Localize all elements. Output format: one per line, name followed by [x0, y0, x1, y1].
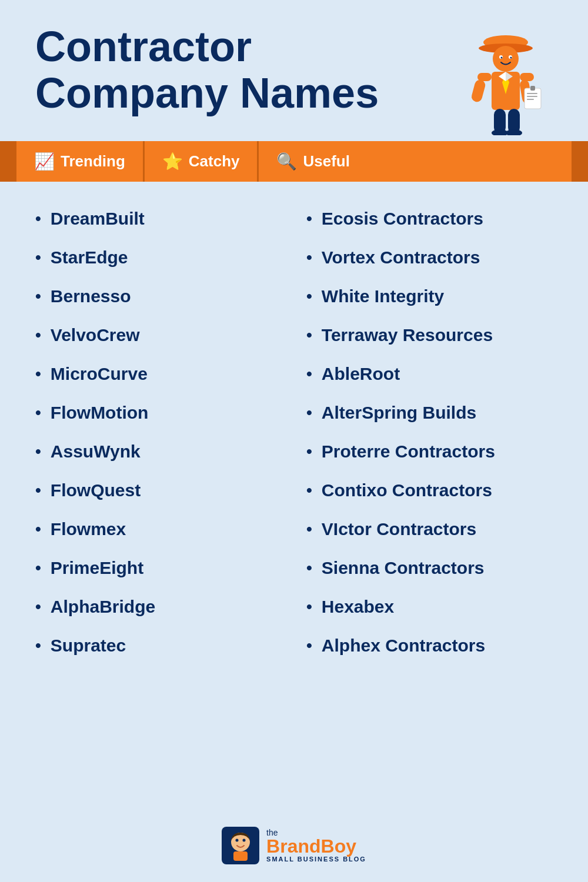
- brand-mascot-icon: [222, 827, 259, 864]
- list-item: •Alphex Contractors: [306, 626, 553, 665]
- svg-rect-13: [477, 73, 492, 81]
- company-name: Sienna Contractors: [322, 558, 485, 578]
- worker-icon: [459, 18, 553, 135]
- brand-text: the BrandBoy SMALL BUSINESS BLOG: [266, 828, 366, 863]
- title-line1: Contractor: [35, 23, 252, 70]
- svg-point-4: [493, 46, 519, 72]
- bullet: •: [306, 288, 312, 305]
- left-column: •DreamBuilt•StarEdge•Bernesso•VelvoCrew•…: [35, 199, 282, 665]
- company-name: Ecosis Contractors: [322, 209, 483, 229]
- list-item: •DreamBuilt: [35, 199, 282, 238]
- svg-rect-19: [527, 93, 537, 94]
- company-name: PrimeEight: [51, 558, 143, 578]
- list-item: •Hexabex: [306, 587, 553, 626]
- tab-useful-label: Useful: [303, 152, 349, 171]
- tab-trending[interactable]: 📈 Trending: [16, 141, 145, 182]
- bullet: •: [35, 211, 41, 227]
- company-name: AbleRoot: [322, 364, 400, 384]
- trending-icon: 📈: [34, 152, 55, 171]
- company-name: VelvoCrew: [51, 325, 140, 345]
- svg-point-7: [501, 57, 503, 59]
- bullet: •: [306, 560, 312, 576]
- names-content: •DreamBuilt•StarEdge•Bernesso•VelvoCrew•…: [0, 182, 588, 677]
- column-divider: [293, 199, 295, 665]
- svg-point-8: [510, 57, 512, 59]
- company-name: Flowmex: [51, 519, 126, 539]
- list-item: •StarEdge: [35, 238, 282, 277]
- bullet: •: [306, 327, 312, 343]
- company-name: Vortex Contractors: [322, 248, 480, 268]
- company-name: MicroCurve: [51, 364, 148, 384]
- company-name: StarEdge: [51, 248, 128, 268]
- bullet: •: [306, 211, 312, 227]
- company-name: Bernesso: [51, 286, 131, 306]
- company-name: White Integrity: [322, 286, 444, 306]
- list-item: •AbleRoot: [306, 355, 553, 393]
- svg-point-28: [236, 839, 239, 842]
- company-name: VIctor Contractors: [322, 519, 476, 539]
- tab-catchy-label: Catchy: [189, 152, 240, 171]
- company-name: Terraway Resources: [322, 325, 493, 345]
- bullet: •: [35, 521, 41, 537]
- svg-point-29: [243, 839, 246, 842]
- bullet: •: [306, 599, 312, 615]
- list-item: •White Integrity: [306, 277, 553, 316]
- company-name: Supratec: [51, 636, 126, 656]
- list-item: •Proterre Contractors: [306, 432, 553, 471]
- bullet: •: [35, 288, 41, 305]
- list-item: •FlowMotion: [35, 393, 282, 432]
- list-item: •Ecosis Contractors: [306, 199, 553, 238]
- bullet: •: [35, 405, 41, 421]
- page-wrapper: Contractor Company Names: [0, 0, 588, 882]
- brand-name-part2: Boy: [321, 836, 356, 857]
- svg-point-24: [492, 129, 508, 135]
- bullet: •: [306, 637, 312, 654]
- title-line2: Company Names: [35, 69, 379, 116]
- list-item: •Terraway Resources: [306, 316, 553, 355]
- tab-useful[interactable]: 🔍 Useful: [259, 141, 367, 182]
- company-name: Hexabex: [322, 597, 394, 617]
- tab-trending-label: Trending: [61, 152, 125, 171]
- list-item: •PrimeEight: [35, 549, 282, 587]
- list-item: •Flowmex: [35, 510, 282, 549]
- company-name: Contixo Contractors: [322, 480, 492, 500]
- bullet: •: [306, 366, 312, 382]
- header: Contractor Company Names: [0, 0, 588, 141]
- tab-bar: 📈 Trending ⭐ Catchy 🔍 Useful: [16, 141, 572, 182]
- company-name: Alphex Contractors: [322, 636, 485, 656]
- right-column: •Ecosis Contractors•Vortex Contractors•W…: [306, 199, 553, 665]
- svg-rect-15: [520, 73, 534, 81]
- page-title: Contractor Company Names: [35, 24, 379, 116]
- list-item: •Contixo Contractors: [306, 471, 553, 510]
- brand-name-part1: Brand: [266, 836, 320, 857]
- list-item: •AlphaBridge: [35, 587, 282, 626]
- list-item: •AlterSpring Builds: [306, 393, 553, 432]
- left-accent: [0, 141, 16, 182]
- bullet: •: [306, 405, 312, 421]
- company-name: Proterre Contractors: [322, 442, 495, 462]
- bullet: •: [306, 443, 312, 460]
- bullet: •: [35, 599, 41, 615]
- company-name: AlphaBridge: [51, 597, 155, 617]
- bullet: •: [35, 443, 41, 460]
- bullet: •: [35, 560, 41, 576]
- list-item: •MicroCurve: [35, 355, 282, 393]
- bullet: •: [35, 637, 41, 654]
- brand-tagline: SMALL BUSINESS BLOG: [266, 856, 366, 863]
- list-item: •FlowQuest: [35, 471, 282, 510]
- svg-rect-18: [530, 86, 535, 91]
- company-name: DreamBuilt: [51, 209, 145, 229]
- tab-catchy[interactable]: ⭐ Catchy: [145, 141, 259, 182]
- bullet: •: [35, 249, 41, 266]
- list-item: •Bernesso: [35, 277, 282, 316]
- bullet: •: [35, 327, 41, 343]
- svg-rect-14: [470, 79, 486, 103]
- svg-point-25: [506, 129, 522, 135]
- svg-rect-21: [527, 99, 534, 100]
- footer: the BrandBoy SMALL BUSINESS BLOG: [0, 815, 588, 882]
- bullet: •: [35, 482, 41, 499]
- list-item: •Sienna Contractors: [306, 549, 553, 587]
- list-item: •Supratec: [35, 626, 282, 665]
- tab-bar-wrapper: 📈 Trending ⭐ Catchy 🔍 Useful: [0, 141, 588, 182]
- useful-icon: 🔍: [276, 152, 297, 171]
